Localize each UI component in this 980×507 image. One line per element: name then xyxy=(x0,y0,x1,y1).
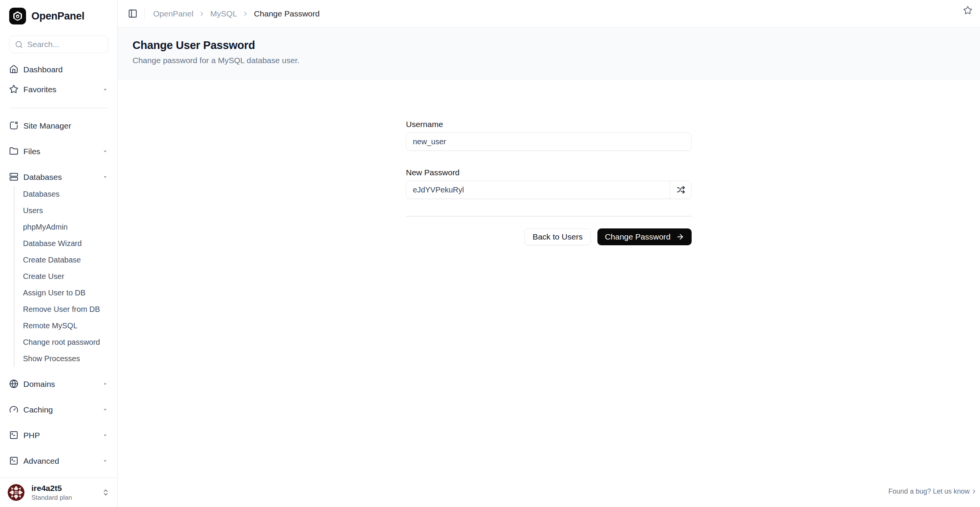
main-area: OpenPanel MySQL Change Password Change U… xyxy=(118,0,980,507)
sidebar-item-domains[interactable]: Domains xyxy=(9,376,108,391)
sidebar-toggle-button[interactable] xyxy=(128,9,137,18)
sidebar-item-label: PHP xyxy=(23,431,40,439)
sidebar-item-files[interactable]: Files xyxy=(9,143,108,159)
submenu-item-phpmyadmin[interactable]: phpMyAdmin xyxy=(23,219,108,235)
chevron-down-icon xyxy=(102,148,108,154)
chevron-up-icon xyxy=(102,86,108,92)
topbar: OpenPanel MySQL Change Password xyxy=(118,0,980,28)
home-icon xyxy=(9,65,18,74)
sidebar-item-label: Favorites xyxy=(23,85,56,93)
submenu-item-databases[interactable]: Databases xyxy=(23,186,108,202)
chevron-down-icon xyxy=(102,407,108,412)
page-subtitle: Change password for a MySQL database use… xyxy=(133,56,980,65)
folder-icon xyxy=(9,147,18,156)
form-actions: Back to Users Change Password xyxy=(406,228,692,245)
breadcrumb-change-password: Change Password xyxy=(254,9,320,18)
terminal-icon xyxy=(9,430,18,440)
site-manager-icon xyxy=(9,121,18,130)
sidebar-divider xyxy=(9,108,108,108)
submenu-item-assign-user-to-db[interactable]: Assign User to DB xyxy=(23,285,108,301)
databases-submenu: Databases Users phpMyAdmin Database Wiza… xyxy=(14,186,108,367)
sidebar-item-caching[interactable]: Caching xyxy=(9,402,108,417)
sidebar-item-label: Caching xyxy=(23,406,53,414)
sidebar-nav: Dashboard Favorites Site Manager Files D… xyxy=(9,62,108,468)
report-bug-label: Found a bug? Let us know xyxy=(888,487,970,496)
server-icon xyxy=(9,172,18,181)
username-field-group: Username xyxy=(406,119,692,151)
submenu-item-create-database[interactable]: Create Database xyxy=(23,252,108,268)
report-bug-link[interactable]: Found a bug? Let us know xyxy=(888,487,977,496)
globe-icon xyxy=(9,379,18,388)
chevron-right-icon xyxy=(198,10,205,17)
arrow-right-icon xyxy=(676,233,684,241)
sidebar-item-label: Site Manager xyxy=(23,122,71,130)
submenu-item-users[interactable]: Users xyxy=(23,202,108,219)
brand-name: OpenPanel xyxy=(31,10,84,22)
form-divider xyxy=(406,216,692,217)
chevron-down-icon xyxy=(102,432,108,438)
username-input[interactable] xyxy=(406,132,692,151)
sidebar-item-label: Files xyxy=(23,147,40,155)
chevron-down-icon xyxy=(102,458,108,464)
sidebar-item-label: Dashboard xyxy=(23,65,63,73)
password-field-group: New Password xyxy=(406,168,692,199)
chevrons-up-down-icon xyxy=(102,489,110,496)
change-password-button-label: Change Password xyxy=(605,232,671,241)
chevron-right-icon xyxy=(242,10,249,17)
gauge-icon xyxy=(9,405,18,414)
shuffle-icon xyxy=(677,186,685,194)
chevron-down-icon xyxy=(102,174,108,180)
user-menu[interactable]: ire4a2t5 Standard plan xyxy=(0,478,117,507)
favorite-page-button[interactable] xyxy=(963,6,972,15)
sidebar-item-dashboard[interactable]: Dashboard xyxy=(9,62,108,77)
user-plan: Standard plan xyxy=(31,494,72,502)
sidebar-item-favorites[interactable]: Favorites xyxy=(9,82,108,97)
submenu-item-show-processes[interactable]: Show Processes xyxy=(23,350,108,367)
back-to-users-button[interactable]: Back to Users xyxy=(524,228,591,245)
submenu-item-remove-user-from-db[interactable]: Remove User from DB xyxy=(23,301,108,318)
page-title: Change User Password xyxy=(133,39,980,52)
page-header: Change User Password Change password for… xyxy=(118,28,980,79)
sidebar-item-label: Domains xyxy=(23,380,55,388)
topbar-divider xyxy=(144,9,145,19)
search-input[interactable] xyxy=(27,40,131,49)
breadcrumb: OpenPanel MySQL Change Password xyxy=(153,9,320,18)
chevron-down-icon xyxy=(102,381,108,387)
search-box xyxy=(9,36,108,53)
submenu-item-database-wizard[interactable]: Database Wizard xyxy=(23,235,108,252)
star-icon xyxy=(9,85,18,94)
sidebar-item-label: Advanced xyxy=(23,457,59,465)
sidebar-item-label: Databases xyxy=(23,173,62,181)
brand: OpenPanel xyxy=(9,8,108,24)
search-icon xyxy=(15,41,23,49)
change-password-form: Username New Password Back to Users Chan… xyxy=(406,119,692,245)
content: Username New Password Back to Users Chan… xyxy=(118,79,980,507)
star-icon xyxy=(963,6,972,15)
change-password-button[interactable]: Change Password xyxy=(597,228,692,245)
submenu-item-change-root-password[interactable]: Change root password xyxy=(23,334,108,350)
sidebar: OpenPanel Dashboard Favorites Site Manag… xyxy=(0,0,118,507)
new-password-label: New Password xyxy=(406,168,692,178)
generate-password-button[interactable] xyxy=(670,181,691,199)
terminal-icon xyxy=(9,456,18,465)
breadcrumb-mysql[interactable]: MySQL xyxy=(210,9,237,18)
sidebar-item-php[interactable]: PHP xyxy=(9,427,108,443)
username-label: Username xyxy=(406,119,692,129)
sidebar-item-site-manager[interactable]: Site Manager xyxy=(9,118,108,133)
breadcrumb-openpanel[interactable]: OpenPanel xyxy=(153,9,193,18)
user-name: ire4a2t5 xyxy=(31,484,72,493)
chevron-right-icon xyxy=(971,488,977,495)
openpanel-logo-icon xyxy=(9,8,26,24)
submenu-item-remote-mysql[interactable]: Remote MySQL xyxy=(23,318,108,334)
sidebar-item-advanced[interactable]: Advanced xyxy=(9,453,108,468)
panel-left-icon xyxy=(128,9,137,18)
avatar xyxy=(8,484,25,501)
submenu-item-create-user[interactable]: Create User xyxy=(23,268,108,285)
new-password-input[interactable] xyxy=(406,181,670,199)
sidebar-item-databases[interactable]: Databases xyxy=(9,169,108,184)
